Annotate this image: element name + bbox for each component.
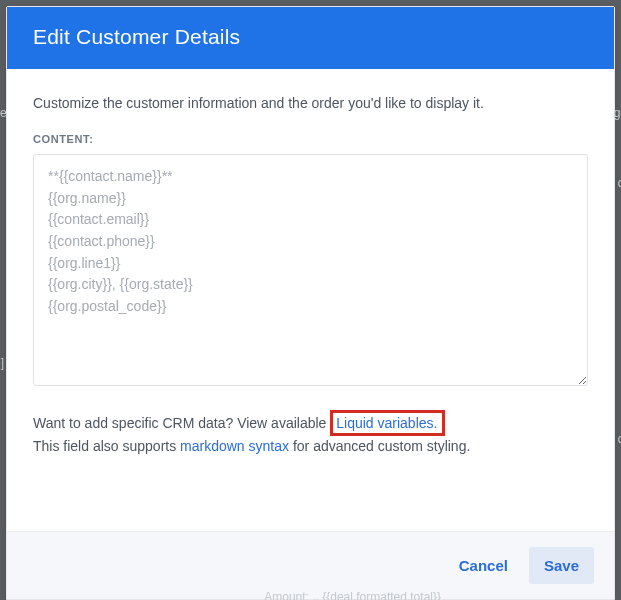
cancel-button[interactable]: Cancel	[444, 547, 523, 584]
modal-title: Edit Customer Details	[7, 7, 614, 69]
helper-line1-prefix: Want to add specific CRM data? View avai…	[33, 415, 330, 431]
liquid-variables-highlight: Liquid variables.	[330, 410, 445, 436]
save-button[interactable]: Save	[529, 547, 594, 584]
modal-footer: Cancel Save	[7, 531, 614, 599]
helper-line2-prefix: This field also supports	[33, 438, 180, 454]
bg-hint: di	[618, 176, 621, 190]
content-textarea[interactable]	[33, 154, 588, 386]
bg-hint: e]	[0, 356, 4, 370]
edit-customer-details-modal: Edit Customer Details Customize the cust…	[6, 6, 615, 600]
liquid-variables-link[interactable]: Liquid variables.	[336, 415, 437, 431]
modal-body: Customize the customer information and t…	[7, 69, 614, 531]
content-label: CONTENT:	[33, 133, 588, 145]
helper-line2-suffix: for advanced custom styling.	[289, 438, 470, 454]
bg-hint: di	[618, 432, 621, 446]
helper-text: Want to add specific CRM data? View avai…	[33, 410, 588, 458]
modal-description: Customize the customer information and t…	[33, 95, 588, 111]
markdown-syntax-link[interactable]: markdown syntax	[180, 438, 289, 454]
modal-backdrop: ce go di e] di Amount: .. {{deal.formatt…	[0, 0, 621, 600]
